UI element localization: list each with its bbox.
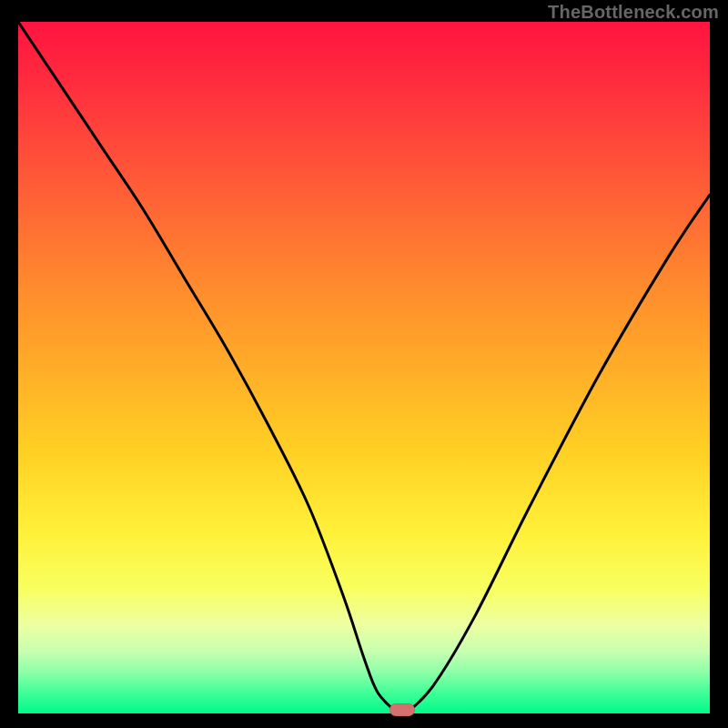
watermark-text: TheBottleneck.com xyxy=(548,2,719,23)
curve-layer xyxy=(18,22,710,713)
chart-stage: TheBottleneck.com xyxy=(0,0,728,728)
plot-area xyxy=(18,22,710,713)
optimal-point-marker xyxy=(389,703,415,716)
bottleneck-curve xyxy=(18,22,710,713)
